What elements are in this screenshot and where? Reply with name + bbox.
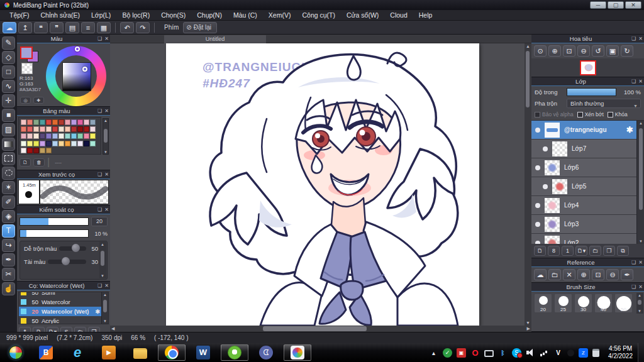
document-tab[interactable]: Untitled (164, 35, 266, 43)
layer-visibility-icon[interactable] (535, 165, 540, 170)
palette-swatch-27[interactable] (40, 133, 45, 139)
layer-8bit-icon[interactable]: 8 (548, 246, 560, 256)
sv-selector[interactable] (82, 67, 87, 72)
foreground-color-swatch[interactable] (20, 47, 33, 59)
palette-delete-icon[interactable]: 🗑 (33, 158, 45, 167)
palette-swatch-42[interactable] (58, 141, 64, 146)
close-icon[interactable]: ✕ (637, 260, 644, 265)
palette-swatch-46[interactable] (84, 141, 89, 146)
popout-icon[interactable]: ❏ (630, 36, 637, 41)
shape-tool[interactable]: □ (2, 65, 15, 79)
blend-mode-select[interactable]: Bình thường▼ (567, 99, 641, 108)
palette-swatch-7[interactable] (65, 119, 70, 125)
canvas-vertical-scrollbar[interactable]: ▲ ▼ (525, 43, 531, 326)
saturation-square[interactable] (62, 62, 91, 91)
layer-visibility-icon[interactable] (535, 203, 540, 208)
ref-folder-icon[interactable]: 🗀 (548, 269, 561, 280)
list-icon[interactable]: ≡ (81, 22, 95, 33)
layer-row-Lớp4[interactable]: Lớp4 (531, 196, 636, 215)
ref-cloud-icon[interactable]: ☁ (534, 269, 547, 280)
transparent-color-swatch[interactable] (21, 63, 33, 74)
checkbox-icon[interactable] (577, 112, 583, 118)
brush-control-scrollbar[interactable]: ▲▼ (99, 242, 106, 278)
checkbox-icon[interactable] (608, 112, 613, 118)
brush-size-preset-20[interactable]: 20 (534, 293, 552, 313)
palette-swatch-0[interactable] (21, 119, 26, 125)
palette-swatch-10[interactable] (84, 119, 89, 125)
ref-clear-icon[interactable]: ✕ (563, 269, 575, 280)
popout-icon[interactable]: ❏ (96, 207, 103, 212)
word-icon[interactable]: W (189, 344, 217, 361)
popout-icon[interactable]: ❏ (630, 79, 637, 84)
ref-zoom-in-icon[interactable]: ⊕ (577, 269, 590, 280)
palette-swatch-51[interactable] (40, 148, 45, 153)
palette-swatch-24[interactable] (21, 133, 26, 139)
medibang-cloud-icon[interactable]: ☁ (3, 22, 16, 33)
eyedropper-button[interactable]: ✚ (33, 97, 44, 104)
menu-item-1[interactable]: Chỉnh sửa(E) (35, 10, 86, 20)
palette-swatch-13[interactable] (27, 126, 33, 132)
layer-row-@trangneiugu[interactable]: @trangneiugu✱ (531, 121, 636, 140)
palette-swatch-38[interactable] (33, 141, 39, 146)
publish-icon[interactable]: ↥ (18, 22, 32, 33)
bucket-tool[interactable]: ▨ (2, 123, 15, 136)
close-button[interactable]: ✕ (625, 1, 641, 9)
mix-slider[interactable] (59, 246, 86, 251)
load-slider[interactable] (48, 260, 86, 264)
palette-swatch-5[interactable] (52, 119, 58, 125)
close-icon[interactable]: ✕ (103, 172, 110, 177)
menu-item-9[interactable]: Cửa sổ(W) (341, 10, 384, 20)
brush-settings-icon[interactable]: ✱ (95, 309, 100, 315)
layer-row-Lớp3[interactable]: Lớp3 (531, 215, 636, 234)
canvas-horizontal-scrollbar[interactable]: ◀ ▶ (110, 326, 531, 332)
bkav-icon[interactable]: B (32, 344, 60, 361)
zoom-in-icon[interactable]: ⊕ (548, 45, 561, 57)
palette-swatch-16[interactable] (46, 126, 52, 132)
layer-1bit-icon[interactable]: 1 (562, 246, 574, 256)
coccoc-icon[interactable] (221, 344, 248, 361)
opera-icon[interactable]: O (470, 348, 480, 358)
layer-settings-icon[interactable]: ✱ (626, 125, 633, 134)
menu-item-7[interactable]: Xem(V) (263, 10, 297, 20)
chrome-icon[interactable] (158, 344, 186, 361)
palette-swatch-6[interactable] (58, 119, 64, 125)
menu-item-3[interactable]: Bộ lọc(R) (116, 10, 155, 20)
signal-icon[interactable] (540, 348, 549, 358)
brush-tool[interactable]: ✎ (2, 36, 15, 50)
zoom-actual-icon[interactable]: ⊙ (534, 45, 547, 57)
palette-swatch-2[interactable] (33, 119, 39, 125)
palette-swatch-20[interactable] (71, 126, 77, 132)
reset-button[interactable]: ⊘ Đặt lại (183, 22, 217, 33)
palette-swatch-29[interactable] (52, 133, 58, 139)
menu-item-8[interactable]: Công cụ(T) (296, 10, 341, 20)
palette-swatch-3[interactable] (40, 119, 45, 125)
zoom-out-icon[interactable]: ⊖ (577, 45, 590, 57)
brush-size-preset-30[interactable]: 30 (574, 293, 592, 313)
skype-icon[interactable]: S (512, 348, 521, 358)
popout-icon[interactable]: ❏ (630, 260, 637, 265)
palette-swatch-4[interactable] (46, 119, 52, 125)
media-player-icon[interactable]: ▶ (95, 344, 123, 361)
palette-swatch-12[interactable] (21, 126, 26, 132)
palette-swatch-17[interactable] (52, 126, 58, 132)
eraser-tool[interactable]: ◇ (2, 51, 15, 64)
palette-swatch-30[interactable] (58, 133, 64, 139)
opacity-slider[interactable] (567, 88, 616, 96)
file-explorer-icon[interactable] (126, 344, 154, 361)
fit-screen-icon[interactable]: ⊡ (563, 45, 575, 57)
brush-size-preset-50[interactable]: 50 (614, 293, 633, 313)
clipboard-icon[interactable] (592, 349, 599, 357)
layer-folder-icon[interactable]: 🗀 (589, 246, 601, 256)
palette-swatch-52[interactable] (46, 148, 52, 153)
menu-item-0[interactable]: Tệp(F) (4, 10, 35, 20)
select-eraser-tool[interactable]: ◈ (2, 210, 15, 223)
fill-rect-tool[interactable]: ■ (2, 109, 15, 122)
navigator-thumbnail[interactable] (580, 60, 596, 75)
palette-swatch-26[interactable] (33, 133, 39, 139)
ref-fit-icon[interactable]: ⊡ (592, 269, 604, 280)
divide-tool[interactable]: ✂ (2, 268, 15, 281)
palette-swatch-49[interactable] (27, 148, 33, 153)
layer-scrollbar[interactable]: ▲▼ (636, 121, 644, 244)
remote-app-icon[interactable]: ▣ (457, 348, 466, 358)
layer-visibility-icon[interactable] (543, 184, 548, 189)
